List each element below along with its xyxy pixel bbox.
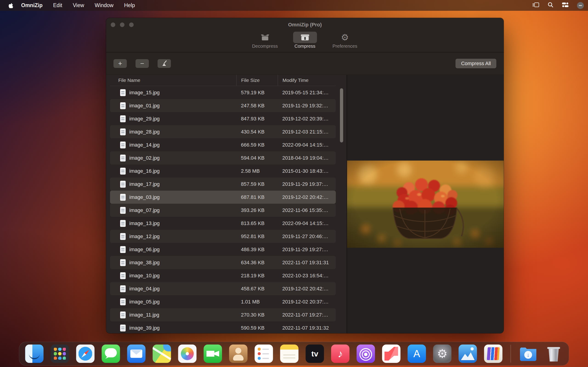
scrollbar-thumb[interactable] [340,88,343,142]
table-row[interactable]: image_15.jpg 579.19 KB 2019-05-15 21:34:… [110,86,336,99]
status-circle-icon[interactable] [577,2,584,9]
table-row[interactable]: image_04.jpg 458.67 KB 2019-12-02 20:42:… [110,282,336,295]
dock [19,342,569,366]
file-size-cell: 430.54 KB [236,129,278,135]
dock-item-mail[interactable] [127,344,146,363]
window-titlebar[interactable]: OmniZip (Pro) [106,18,504,32]
news-icon [382,344,401,363]
menubar-app-name[interactable]: OmniZip [21,2,43,8]
add-file-button[interactable]: + [113,59,127,68]
tab-decompress[interactable]: Decompress [248,32,283,52]
column-modify-time[interactable]: Modify Time [278,75,336,86]
column-file-name[interactable]: File Name [110,75,236,86]
dock-item-reminders[interactable] [255,344,273,363]
spotlight-icon[interactable] [548,2,553,9]
file-name: image_14.jpg [129,142,160,148]
desktop-wallpaper: OmniZip Edit View Window Help [0,0,588,367]
file-name-cell: image_06.jpg [110,246,236,253]
table-row[interactable]: image_06.jpg 486.39 KB 2019-11-29 19:27:… [110,243,336,256]
compress-all-button[interactable]: Compress All [456,59,496,68]
control-center-icon[interactable] [562,2,569,9]
preview-icon [459,344,477,363]
file-size-cell: 666.59 KB [236,142,278,148]
file-name-cell: image_02.jpg [110,155,236,161]
preview-pane [346,75,504,333]
table-row[interactable]: image_03.jpg 687.81 KB 2019-12-02 20:42:… [110,191,336,204]
file-name-cell: image_04.jpg [110,285,236,292]
table-row[interactable]: image_17.jpg 857.59 KB 2019-11-29 19:37:… [110,177,336,191]
safari-icon [76,344,95,363]
column-file-size[interactable]: File Size [236,75,278,86]
menu-bar: OmniZip Edit View Window Help [0,0,588,11]
trash-icon [545,344,563,363]
menu-help[interactable]: Help [124,2,135,8]
dock-item-maps[interactable] [153,344,171,363]
file-name: image_04.jpg [129,286,160,292]
table-row[interactable]: image_38.jpg 634.36 KB 2022-11-07 19:31:… [110,256,336,269]
file-document-icon [120,298,126,305]
file-document-icon [120,311,126,318]
file-name: image_38.jpg [129,260,160,266]
dock-item-finder[interactable] [25,344,44,363]
table-row[interactable]: image_12.jpg 952.81 KB 2019-11-27 20:46:… [110,230,336,243]
table-row[interactable]: image_02.jpg 594.04 KB 2018-04-19 19:04:… [110,151,336,165]
table-row[interactable]: image_16.jpg 2.58 MB 2015-01-30 18:43:… [110,165,336,177]
table-row[interactable]: image_07.jpg 393.26 KB 2022-11-06 15:35:… [110,204,336,217]
dock-item-tv[interactable] [306,344,324,363]
menu-window[interactable]: Window [95,2,113,8]
modify-time-cell: 2019-11-29 19:27:… [278,247,336,252]
modify-time-cell: 2019-12-02 20:42:… [278,194,336,200]
file-document-icon [120,89,126,96]
dock-item-contacts[interactable] [229,344,248,363]
dock-item-trash[interactable] [545,344,563,363]
remove-file-button[interactable]: − [136,59,149,68]
tab-compress[interactable]: Compress [288,32,322,52]
file-table: File Name File Size Modify Time image_15… [106,75,346,333]
dock-item-downloads[interactable] [519,344,537,363]
dock-item-photos[interactable] [178,344,197,363]
dock-item-messages[interactable] [102,344,120,363]
modify-time-cell: 2019-05-15 21:34:… [278,90,336,96]
dock-item-news[interactable] [382,344,401,363]
dock-item-safari[interactable] [76,344,95,363]
menu-view[interactable]: View [73,2,84,8]
table-row[interactable]: image_28.jpg 430.54 KB 2019-12-03 21:15:… [110,125,336,138]
modify-time-cell: 2022-11-07 19:31:31 [278,260,336,266]
modify-time-cell: 2022-09-04 14:15:… [278,142,336,148]
gear-icon: ⚙ [333,32,357,43]
tab-preferences-label: Preferences [333,44,357,49]
dock-item-preview[interactable] [459,344,477,363]
modify-time-cell: 2022-11-07 19:27:… [278,312,336,318]
dock-item-settings[interactable] [433,344,451,363]
table-row[interactable]: image_11.jpg 270.30 KB 2022-11-07 19:27:… [110,308,336,321]
dock-item-podcasts[interactable] [357,344,375,363]
dock-item-appstore[interactable] [408,344,426,363]
file-name: image_06.jpg [129,247,160,252]
clear-list-button[interactable] [157,59,171,68]
table-row[interactable]: image_10.jpg 218.19 KB 2022-10-23 16:54:… [110,269,336,282]
file-size-cell: 218.19 KB [236,273,278,279]
table-row[interactable]: image_14.jpg 666.59 KB 2022-09-04 14:15:… [110,138,336,151]
dock-item-launchpad[interactable] [51,344,69,363]
dock-item-facetime[interactable] [204,344,222,363]
file-document-icon [120,181,126,188]
tv-icon [306,344,324,363]
tab-preferences[interactable]: ⚙ Preferences [328,32,363,52]
dock-separator [510,345,511,363]
file-name: image_12.jpg [129,234,160,240]
table-row[interactable]: image_29.jpg 847.93 KB 2019-12-02 20:39:… [110,112,336,125]
file-table-body: image_15.jpg 579.19 KB 2019-05-15 21:34:… [110,86,336,333]
file-name-cell: image_01.jpg [110,102,236,109]
apple-menu-icon[interactable] [8,2,15,8]
dock-item-music[interactable] [331,344,350,363]
menu-edit[interactable]: Edit [53,2,62,8]
dock-item-notes[interactable] [280,344,299,363]
table-row[interactable]: image_13.jpg 813.65 KB 2022-09-04 14:15:… [110,217,336,230]
action-bar: + − Compress All [106,52,504,75]
modify-time-cell: 2019-11-29 19:32:… [278,103,336,109]
table-row[interactable]: image_01.jpg 247.58 KB 2019-11-29 19:32:… [110,99,336,112]
stage-manager-icon[interactable] [532,2,539,9]
table-row[interactable]: image_05.jpg 1.01 MB 2019-12-02 20:37:… [110,295,336,308]
table-row[interactable]: image_39.jpg 590.59 KB 2022-11-07 19:31:… [110,321,336,333]
dock-item-omnizip[interactable] [484,344,502,363]
